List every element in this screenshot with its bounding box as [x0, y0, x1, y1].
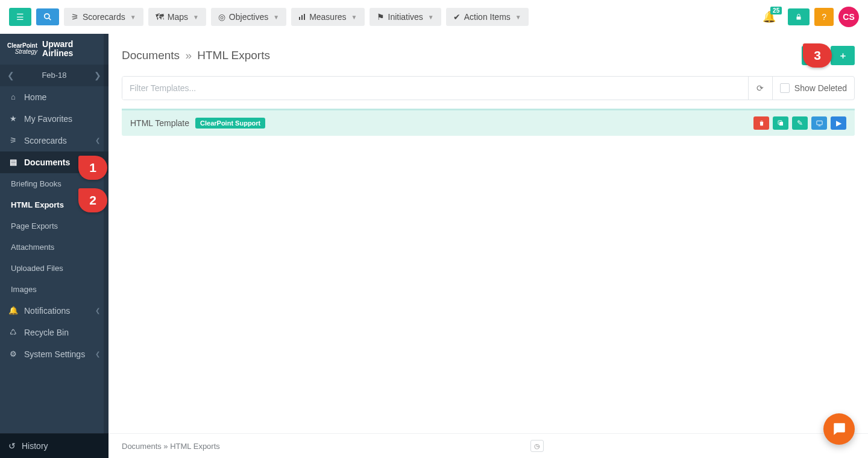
breadcrumb-separator: »	[185, 49, 192, 62]
hamburger-icon: ☰	[16, 12, 24, 22]
sidebar-item-label: HTML Exports	[11, 200, 64, 209]
period-label[interactable]: Feb-18	[42, 71, 66, 80]
lock-icon	[795, 13, 802, 21]
sidebar-history[interactable]: ↺ History	[0, 433, 108, 458]
nav-maps-label: Maps	[168, 12, 188, 22]
sidebar-item-favorites[interactable]: ★My Favorites	[0, 108, 108, 130]
nav-action-items[interactable]: ✔Action Items▼	[446, 8, 529, 26]
nav-maps[interactable]: 🗺Maps▼	[148, 8, 206, 26]
brand: ClearPointStrategy Upward Airlines	[0, 34, 108, 65]
avatar-button[interactable]: CS	[838, 7, 859, 27]
add-button[interactable]: ＋	[831, 46, 855, 65]
help-label: ?	[822, 12, 826, 22]
map-icon: 🗺	[156, 12, 164, 22]
notifications-button[interactable]: 🔔 25	[763, 10, 776, 24]
search-icon	[43, 13, 52, 21]
sidebar-item-label: Home	[24, 92, 46, 102]
filter-input[interactable]	[122, 77, 748, 100]
lock-button[interactable]	[788, 8, 810, 25]
sidebar-item-label: Notifications	[24, 306, 70, 316]
sidebar-item-scorecards[interactable]: ⚞Scorecards❮	[0, 130, 108, 151]
sidebar-sub-uploaded-files[interactable]: Uploaded Files	[0, 258, 108, 279]
template-name: HTML Template	[130, 118, 189, 128]
chevron-left-icon: ❮	[95, 137, 100, 144]
period-selector: ❮ Feb-18 ❯	[0, 65, 108, 86]
copy-icon	[777, 119, 784, 127]
intercom-button[interactable]	[823, 413, 855, 445]
show-deleted-label: Show Deleted	[794, 83, 847, 93]
refresh-icon: ⟳	[756, 83, 764, 93]
sidebar-item-label: Uploaded Files	[11, 264, 63, 273]
sidebar: ClearPointStrategy Upward Airlines ❮ Feb…	[0, 34, 108, 458]
caret-down-icon: ▼	[130, 14, 136, 21]
refresh-button[interactable]: ⟳	[748, 77, 772, 100]
clock-button[interactable]: ◷	[530, 440, 544, 452]
nav-measures[interactable]: Measures▼	[291, 8, 364, 26]
sidebar-nav: ⌂Home ★My Favorites ⚞Scorecards❮ ▤Docume…	[0, 86, 108, 365]
sidebar-sub-page-exports[interactable]: Page Exports	[0, 215, 108, 237]
main-content: Documents » HTML Exports ⚙ ＋ ⟳ Show Dele…	[108, 34, 868, 458]
avatar-initials: CS	[843, 12, 854, 22]
logo: ClearPointStrategy	[7, 43, 37, 55]
sidebar-item-label: System Settings	[24, 349, 85, 359]
callout-2: 2	[78, 188, 107, 212]
sidebar-history-label: History	[22, 441, 48, 451]
template-row[interactable]: HTML Template ClearPoint Support ✎ ▶	[122, 109, 855, 136]
sidebar-item-system-settings[interactable]: ⚙System Settings❮	[0, 343, 108, 365]
sidebar-sub-images[interactable]: Images	[0, 279, 108, 300]
checkbox-icon	[780, 83, 790, 93]
menu-toggle-button[interactable]: ☰	[9, 8, 31, 26]
recycle-icon: ♺	[8, 328, 18, 337]
nav-objectives[interactable]: ◎Objectives▼	[211, 8, 286, 26]
view-button[interactable]	[811, 116, 827, 130]
show-deleted-toggle[interactable]: Show Deleted	[772, 77, 854, 100]
period-next[interactable]: ❯	[94, 71, 101, 80]
flag-icon: ⚑	[377, 12, 385, 22]
nav-scorecards[interactable]: ⚞Scorecards▼	[64, 8, 143, 26]
chart-icon	[298, 13, 306, 21]
svg-rect-8	[816, 121, 822, 124]
help-button[interactable]: ?	[814, 8, 834, 26]
svg-rect-2	[299, 17, 300, 20]
org-name: Upward Airlines	[42, 40, 101, 59]
sidebar-item-label: Scorecards	[24, 136, 67, 145]
sidebar-item-label: Briefing Books	[11, 179, 61, 188]
run-button[interactable]: ▶	[831, 116, 846, 130]
caret-down-icon: ▼	[428, 14, 434, 21]
sitemap-icon: ⚞	[71, 12, 79, 22]
footer-breadcrumb: Documents » HTML Exports	[122, 442, 220, 451]
sidebar-sub-attachments[interactable]: Attachments	[0, 237, 108, 258]
search-button[interactable]	[36, 8, 59, 25]
sitemap-icon: ⚞	[8, 136, 18, 145]
breadcrumb-root[interactable]: Documents	[122, 49, 180, 62]
period-prev[interactable]: ❮	[7, 71, 14, 80]
svg-rect-3	[301, 15, 303, 20]
edit-button[interactable]: ✎	[792, 116, 808, 130]
svg-line-1	[49, 18, 51, 21]
document-icon: ▤	[8, 157, 18, 167]
caret-down-icon: ▼	[351, 14, 357, 21]
sidebar-item-label: Recycle Bin	[24, 328, 69, 337]
callout-number: 2	[89, 193, 96, 208]
callout-number: 1	[89, 161, 96, 175]
pencil-icon: ✎	[797, 119, 803, 127]
page-header: Documents » HTML Exports ⚙ ＋	[108, 34, 868, 72]
sidebar-item-label: Attachments	[11, 243, 54, 252]
check-icon: ✔	[453, 12, 461, 22]
notification-count: 25	[770, 7, 782, 14]
monitor-icon	[816, 120, 823, 127]
chevron-left-icon: ❮	[95, 351, 100, 357]
duplicate-button[interactable]	[773, 116, 788, 130]
clock-icon: ◷	[534, 442, 540, 450]
star-icon: ★	[8, 114, 18, 123]
filter-bar: ⟳ Show Deleted	[122, 76, 855, 100]
topbar: ☰ ⚞Scorecards▼ 🗺Maps▼ ◎Objectives▼ Measu…	[0, 0, 868, 34]
delete-button[interactable]	[753, 116, 769, 130]
sidebar-item-home[interactable]: ⌂Home	[0, 86, 108, 108]
gear-icon: ⚙	[8, 349, 18, 358]
breadcrumb: Documents » HTML Exports	[122, 49, 270, 62]
sidebar-item-recycle-bin[interactable]: ♺Recycle Bin	[0, 322, 108, 343]
sidebar-item-notifications[interactable]: 🔔Notifications❮	[0, 300, 108, 322]
nav-initiatives[interactable]: ⚑Initiatives▼	[370, 8, 441, 26]
svg-point-0	[45, 14, 49, 19]
